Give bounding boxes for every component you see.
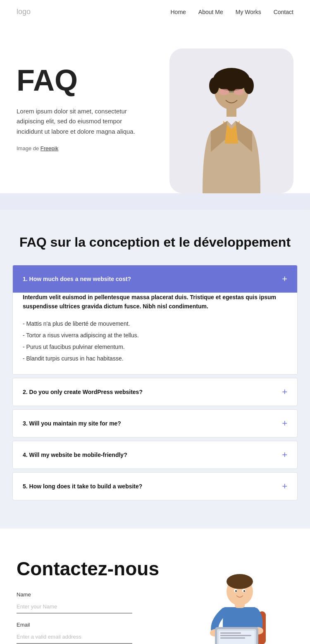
faq-question-5[interactable]: 5. How long does it take to build a webs… [13,473,297,500]
svg-point-23 [243,590,245,592]
faq-list-item: Tortor a risus viverra adipiscing at the… [23,329,287,341]
hero-description: Lorem ipsum dolor sit amet, consectetur … [17,106,141,137]
svg-point-2 [209,77,219,94]
svg-rect-4 [219,89,229,95]
faq-question-text-2: 2. Do you only create WordPress websites… [23,389,143,395]
hero-title: FAQ [17,65,169,96]
faq-list-item: Blandit turpis cursus in hac habitasse. [23,353,287,364]
faq-answer-1: Interdum velit euismod in pellentesque m… [13,293,297,374]
faq-item-4: 4. Will my website be mobile-friendly? + [12,441,298,469]
svg-point-3 [244,77,254,94]
faq-plus-icon-2: + [282,387,287,396]
faq-item-5: 5. How long does it take to build a webs… [12,472,298,500]
hero-text: FAQ Lorem ipsum dolor sit amet, consecte… [17,48,169,151]
faq-answer-bold-1: Interdum velit euismod in pellentesque m… [23,293,287,311]
faq-list-item: Mattis n'a plus de liberté de mouvement. [23,318,287,329]
name-form-group: Name [17,591,178,613]
faq-question-1[interactable]: 1. How much does a new website cost? + [13,265,297,293]
nav-link-works[interactable]: My Works [236,9,261,15]
nav-link-contact[interactable]: Contact [274,9,293,15]
svg-rect-29 [220,632,241,634]
faq-plus-icon-5: + [282,482,287,491]
faq-section: FAQ sur la conception et le développemen… [0,210,310,529]
faq-plus-icon-4: + [282,450,287,459]
contact-illustration [186,557,293,644]
contact-section: Contactez-nous Name Email SOUMETTRE Imag… [0,529,310,644]
faq-question-text-4: 4. Will my website be mobile-friendly? [23,452,127,458]
email-input[interactable] [17,630,132,644]
hero-freepik-link[interactable]: Freepik [41,145,58,151]
svg-rect-7 [227,108,236,117]
svg-point-22 [235,590,237,592]
faq-question-text-3: 3. Will you maintain my site for me? [23,420,121,427]
svg-point-19 [227,574,253,589]
hero-image [169,48,293,193]
email-label: Email [17,622,178,628]
svg-rect-31 [220,637,245,639]
nav-links: Home About Me My Works Contact [170,9,293,15]
contact-person-svg [192,566,287,644]
navigation: logo Home About Me My Works Contact [0,0,310,24]
faq-question-3[interactable]: 3. Will you maintain my site for me? + [13,410,297,437]
logo: logo [17,7,31,16]
faq-item-2: 2. Do you only create WordPress websites… [12,378,298,406]
faq-list-item: Purus ut faucibus pulvinar elementum. [23,341,287,353]
name-input[interactable] [17,600,132,613]
faq-plus-icon-3: + [282,419,287,428]
faq-section-title: FAQ sur la conception et le développemen… [12,235,298,250]
faq-question-text-5: 5. How long does it take to build a webs… [23,483,142,490]
hero-section: FAQ Lorem ipsum dolor sit amet, consecte… [0,24,310,193]
faq-item-3: 3. Will you maintain my site for me? + [12,409,298,437]
contact-left: Contactez-nous Name Email SOUMETTRE Imag… [17,557,178,644]
contact-title: Contactez-nous [17,557,178,580]
faq-item-1: 1. How much does a new website cost? + I… [12,265,298,375]
nav-link-about[interactable]: About Me [198,9,223,15]
hero-person-svg [178,61,285,193]
faq-plus-icon-1: + [282,274,287,284]
name-label: Name [17,591,178,598]
email-form-group: Email [17,622,178,644]
hero-credit: Image de Freepik [17,145,169,151]
svg-rect-5 [234,89,244,95]
faq-question-text-1: 1. How much does a new website cost? [23,276,131,282]
faq-question-2[interactable]: 2. Do you only create WordPress websites… [13,378,297,406]
svg-rect-30 [220,635,251,636]
faq-question-4[interactable]: 4. Will my website be mobile-friendly? + [13,441,297,469]
nav-link-home[interactable]: Home [170,9,186,15]
faq-answer-list-1: Mattis n'a plus de liberté de mouvement.… [23,318,287,364]
